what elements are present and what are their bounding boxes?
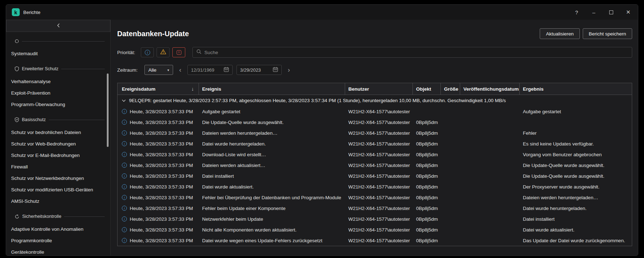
column-header[interactable]: Benutzer [345, 83, 412, 95]
event-date: Heute, 3/28/2023 3:57:33 PM [130, 141, 193, 147]
info-icon: i [145, 50, 150, 55]
size-cell [440, 171, 460, 181]
object-cell: 0Bp8j5dm [412, 138, 440, 149]
search-input[interactable] [204, 50, 628, 55]
object-cell: 0Bp8j5dm [412, 171, 440, 181]
column-header[interactable]: Veröffentlichungsdatum [460, 83, 519, 95]
shield-icon [15, 66, 19, 71]
sidebar-item[interactable]: Schutz vor modifizierten USB-Geräten [6, 184, 110, 195]
calendar-icon [273, 67, 278, 73]
event-cell: Datei installiert [199, 171, 345, 181]
save-report-button[interactable]: Bericht speichern [583, 28, 632, 39]
period-select[interactable]: Alle ▾ [144, 65, 173, 75]
info-icon: i [122, 206, 127, 211]
object-cell [412, 106, 440, 117]
priority-critical-toggle[interactable]: ! [172, 47, 185, 57]
column-header[interactable]: Objekt [412, 83, 440, 95]
event-row[interactable]: iHeute, 3/28/2023 3:57:33 PMDateien werd… [118, 160, 632, 171]
minimize-icon: – [592, 9, 595, 15]
caret-down-icon: ▾ [167, 68, 169, 72]
event-date: Heute, 3/28/2023 3:57:33 PM [130, 184, 193, 190]
event-row[interactable]: iHeute, 3/28/2023 3:57:33 PMDownload-Lis… [118, 149, 632, 160]
next-period-button[interactable]: › [286, 67, 292, 73]
audit-icon [15, 39, 19, 43]
sidebar-item[interactable]: Firewall [6, 161, 110, 172]
event-row[interactable]: iHeute, 3/28/2023 3:57:33 PMDatei instal… [118, 171, 632, 181]
sidebar-item[interactable]: AMSI-Schutz [6, 195, 110, 207]
info-icon: i [122, 173, 127, 178]
sidebar-item[interactable]: Schutz vor Web-Bedrohungen [6, 138, 110, 149]
size-cell [440, 128, 460, 138]
event-date: Heute, 3/28/2023 3:57:33 PM [130, 109, 193, 114]
user-cell: W21H2-X64-1577\autotester [345, 203, 412, 214]
group-row[interactable]: 9ELQEPfi: gestartet Heute, 3/28/2023 2:5… [118, 95, 632, 106]
sidebar-item[interactable]: Schutz vor E-Mail-Bedrohungen [6, 149, 110, 161]
size-cell [440, 160, 460, 171]
result-cell: Die Update-Quelle wurde ausgewählt. [519, 171, 632, 181]
event-row[interactable]: iHeute, 3/28/2023 3:57:33 PMDatei wurde … [118, 235, 632, 246]
event-row[interactable]: iHeute, 3/28/2023 3:57:33 PMFehler beim … [118, 203, 632, 214]
event-row[interactable]: iHeute, 3/28/2023 3:57:33 PMDatei wurde … [118, 138, 632, 149]
event-row[interactable]: iHeute, 3/28/2023 3:57:33 PMNicht alle K… [118, 224, 632, 235]
event-row[interactable]: iHeute, 3/28/2023 3:57:33 PMDatei wurde … [118, 181, 632, 192]
close-button[interactable]: ✕ [622, 7, 634, 17]
previous-period-button[interactable]: ‹ [177, 67, 183, 73]
sidebar-item[interactable]: Exploit-Prävention [6, 87, 110, 99]
user-cell: W21H2-X64-1577\autotester [345, 181, 412, 192]
close-icon: ✕ [626, 9, 631, 15]
column-header[interactable]: Größe [440, 83, 460, 95]
sidebar-item[interactable]: Schutz vor Netzwerkbedrohungen [6, 172, 110, 184]
pubdate-cell [460, 160, 519, 171]
sidebar-item[interactable]: Systemaudit [6, 48, 110, 59]
event-date-cell: iHeute, 3/28/2023 3:57:33 PM [118, 117, 199, 128]
date-from-field[interactable]: 12/31/1969 [187, 65, 233, 75]
sidebar-scrollbar[interactable] [107, 73, 109, 147]
result-cell: Die Update-Quelle wurde ausgewählt. [519, 160, 632, 171]
event-row[interactable]: iHeute, 3/28/2023 3:57:33 PMNetzwerkfehl… [118, 214, 632, 224]
size-cell [440, 138, 460, 149]
user-cell: W21H2-X64-1577\autotester [345, 117, 412, 128]
size-cell [440, 181, 460, 192]
sidebar-item[interactable]: Adaptive Kontrolle von Anomalien [6, 223, 110, 235]
result-cell [519, 117, 632, 128]
sidebar-item[interactable]: Verhaltensanalyse [6, 76, 110, 87]
sidebar-item[interactable]: Schutz vor bedrohlichen Dateien [6, 126, 110, 138]
result-cell: Vorgang vom Benutzer abgebrochen [519, 149, 632, 160]
event-cell: Netzwerkfehler beim Update [199, 214, 345, 224]
period-select-value: Alle [148, 67, 157, 73]
event-cell: Aufgabe gestartet [199, 106, 345, 117]
event-date-cell: iHeute, 3/28/2023 3:57:33 PM [118, 160, 199, 171]
priority-info-toggle[interactable]: i [141, 47, 154, 57]
info-icon: i [122, 152, 127, 157]
critical-icon: ! [177, 50, 181, 55]
sidebar-section-header: Basisschutz [6, 112, 110, 126]
event-row[interactable]: iHeute, 3/28/2023 3:57:33 PMDie Update-Q… [118, 117, 632, 128]
column-header[interactable]: Ergebnis [519, 83, 632, 95]
date-to-field[interactable]: 3/29/2023 [237, 65, 282, 75]
minimize-button[interactable]: – [588, 7, 600, 17]
sidebar-item[interactable]: Gerätekontrolle [6, 246, 110, 255]
sidebar-item[interactable]: Programm-Überwachung [6, 99, 110, 110]
size-cell [440, 149, 460, 160]
result-cell: Der Proxyserver wurde ausgewählt. [519, 181, 632, 192]
event-date: Heute, 3/28/2023 3:57:33 PM [130, 238, 193, 243]
refresh-button[interactable]: Aktualisieren [540, 28, 579, 39]
maximize-button[interactable] [605, 7, 617, 17]
info-icon: i [122, 130, 127, 135]
event-row[interactable]: iHeute, 3/28/2023 3:57:33 PMDateien werd… [118, 128, 632, 138]
column-header[interactable]: Ereignisdatum↓ [118, 83, 199, 95]
sidebar-item[interactable]: Programmkontrolle [6, 235, 110, 246]
header-buttons: Aktualisieren Bericht speichern [540, 28, 632, 39]
event-row[interactable]: iHeute, 3/28/2023 3:57:33 PMFehler bei Ü… [118, 192, 632, 203]
event-row[interactable]: iHeute, 3/28/2023 3:57:33 PMAufgabe gest… [118, 106, 632, 117]
user-cell: W21H2-X64-1577\autotester [345, 214, 412, 224]
sidebar-collapse-button[interactable] [6, 20, 110, 32]
table-header: Ereignisdatum↓EreignisBenutzerObjektGröß… [118, 83, 632, 95]
result-cell: Es sind keine Updates verfügbar. [519, 138, 632, 149]
priority-warning-toggle[interactable] [157, 47, 170, 57]
window-title: Berichte [23, 10, 40, 15]
help-button[interactable]: ? [571, 7, 583, 17]
sidebar-section-header: Sicherheitskontrolle [6, 209, 110, 223]
column-header[interactable]: Ereignis [199, 83, 345, 95]
info-icon: i [122, 195, 127, 200]
